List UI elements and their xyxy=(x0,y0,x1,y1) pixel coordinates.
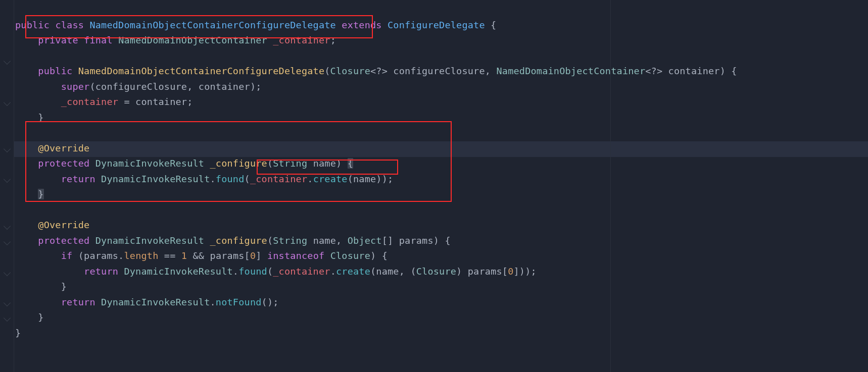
fold-icon[interactable] xyxy=(4,176,11,183)
code-line xyxy=(15,204,21,215)
code-line: public NamedDomainObjectContainerConfigu… xyxy=(15,66,737,76)
fold-icon[interactable] xyxy=(4,223,11,230)
code-line: public class NamedDomainObjectContainerC… xyxy=(15,20,496,30)
code-line xyxy=(15,127,21,138)
code-line: if (params.length == 1 && params[0] inst… xyxy=(15,250,388,261)
code-line: @Override xyxy=(15,220,89,230)
code-line: } xyxy=(15,112,44,123)
fold-icon[interactable] xyxy=(4,99,11,106)
code-line: } xyxy=(15,281,67,292)
code-line: } xyxy=(15,189,44,199)
code-line: _container = container; xyxy=(15,96,193,107)
fold-icon[interactable] xyxy=(4,314,11,322)
code-line: private final NamedDomainObjectContainer… xyxy=(15,35,336,45)
gutter xyxy=(0,0,14,372)
code-line: return DynamicInvokeResult.found(_contai… xyxy=(15,174,393,184)
code-editor[interactable]: public class NamedDomainObjectContainerC… xyxy=(15,2,737,341)
fold-icon[interactable] xyxy=(4,299,11,306)
fold-icon[interactable] xyxy=(4,58,11,65)
code-line: } xyxy=(15,312,44,323)
code-line: protected DynamicInvokeResult _configure… xyxy=(15,158,353,169)
fold-icon[interactable] xyxy=(4,238,11,245)
code-line: super(configureClosure, container); xyxy=(15,81,262,92)
code-line: } xyxy=(15,328,21,338)
fold-icon[interactable] xyxy=(4,269,11,276)
code-line: protected DynamicInvokeResult _configure… xyxy=(15,235,451,246)
code-line xyxy=(15,50,21,61)
code-line: return DynamicInvokeResult.notFound(); xyxy=(15,297,279,307)
code-line: @Override xyxy=(15,143,89,153)
fold-icon[interactable] xyxy=(4,145,11,152)
code-line: return DynamicInvokeResult.found(_contai… xyxy=(15,266,537,277)
